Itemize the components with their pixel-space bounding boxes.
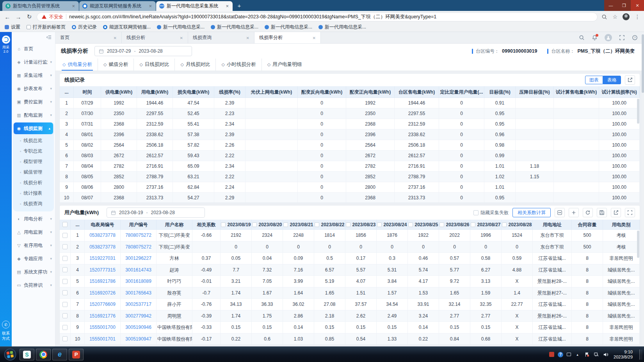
row-checkbox[interactable] [62, 244, 68, 249]
date-column-checkbox[interactable] [283, 222, 288, 227]
date-column-checkbox[interactable] [408, 222, 413, 227]
sidebar-item[interactable]: 计量运行监测 [12, 55, 55, 69]
sidebar-item-line-loss-monitor[interactable]: 线损监测 [14, 122, 53, 134]
bookmark-item[interactable]: 新一代用电信息采... [157, 24, 205, 30]
sidebar-subitem[interactable]: 专职总览 [13, 146, 54, 156]
volume-icon[interactable] [603, 351, 608, 357]
table-row[interactable]: 408/0123962338.6257.382.39023962338.6200… [60, 130, 640, 140]
help-icon[interactable]: ? [632, 35, 638, 41]
profile-icon[interactable] [623, 13, 630, 20]
refresh-icon[interactable] [583, 208, 593, 217]
table-row[interactable]: 808/0528522788.7963.212.22028522788.7901… [60, 172, 640, 182]
window-tray-icon[interactable] [567, 353, 571, 356]
date-start[interactable]: 2023-08-19 [119, 210, 143, 215]
sidebar-item[interactable]: 采集运维 [12, 69, 55, 82]
table-row[interactable]: 508/0225642506.1857.822.26025642506.1800… [60, 140, 640, 151]
sidebar-subitem[interactable]: 统计报表 [13, 188, 54, 199]
scrollbar-thumb[interactable] [642, 34, 644, 93]
sidebar-item[interactable]: 用电分析 [12, 212, 55, 225]
table-row[interactable]: 207/3023502297.5552.452.23023502297.5500… [60, 108, 640, 119]
table-row[interactable]: 908/0628002737.1662.842.24028002737.1601… [60, 182, 640, 193]
security-warning-icon[interactable] [42, 15, 46, 19]
address-input[interactable]: 不安全 neweic.js.sgcc.com.cn/#/llm/line/Lin… [37, 12, 598, 21]
bookmark-star-icon[interactable] [612, 14, 617, 20]
show-hidden-icons[interactable] [575, 351, 580, 357]
date-end[interactable]: 2023-08-28 [139, 48, 162, 54]
add-icon[interactable] [569, 208, 579, 217]
table-row[interactable]: 107/2919921944.4647.542.39019921944.4600… [60, 98, 640, 108]
sidebar-item[interactable]: 专题应用 [12, 252, 55, 265]
sidebar-subitem[interactable]: 模型管理 [13, 156, 54, 167]
collapse-sidebar-icon[interactable] [46, 34, 52, 40]
subtab[interactable]: 赋值分析 [98, 59, 133, 71]
table-row[interactable]: 205382737787808075272下坝(二)环美变0000000000东… [60, 241, 640, 253]
checkbox[interactable] [473, 210, 479, 215]
fullscreen-icon[interactable] [619, 35, 625, 41]
minimize-button[interactable] [604, 0, 617, 11]
phone-icon[interactable] [2, 321, 10, 328]
user-date-range-picker[interactable]: 2023-08-19 - 2023-08-28 [107, 208, 205, 218]
date-range-picker[interactable]: 2023-07-29 - 2023-08-28 [94, 46, 192, 56]
sidebar-item[interactable]: 配电监测 [12, 108, 55, 122]
notification-bell-icon[interactable] [592, 35, 598, 41]
bookmark-item[interactable]: 打开新的标签页 [27, 24, 66, 30]
close-button[interactable] [631, 0, 644, 11]
table-view-button[interactable]: 表格 [603, 76, 621, 84]
tab-close-icon[interactable] [114, 35, 117, 41]
hide-failed-checkbox[interactable]: 隐藏采集失败 [473, 209, 509, 216]
network-icon[interactable] [593, 351, 599, 357]
table-row[interactable]: 815169217763002779942周明慧-0.391.741.752.8… [60, 311, 640, 322]
column-settings-icon[interactable] [555, 208, 565, 217]
table-row[interactable]: 1008/0723682313.7354.272.29023682313.730… [60, 193, 640, 203]
sidebar-item[interactable]: 用电监测 [12, 225, 55, 239]
bookmark-item[interactable]: 新一代用电信息采... [211, 24, 258, 30]
sidebar-subitem[interactable]: 线损分析 [13, 177, 54, 188]
sidebar-item[interactable]: 有序用电 [12, 239, 55, 252]
table-row[interactable]: 915550017003005190946中国铁塔股份有限公司-0.330.15… [60, 322, 640, 334]
workspace-tab[interactable]: 线损查询 [188, 32, 254, 43]
forward-icon[interactable] [15, 14, 22, 20]
bookmark-item[interactable]: 能源互联网营销服... [103, 24, 151, 30]
sidebar-item[interactable]: 负荷辨识 [12, 279, 55, 292]
taskbar-app-chrome[interactable] [36, 349, 51, 360]
sidebar-item[interactable]: 抄表发布 [12, 82, 55, 95]
date-column-checkbox[interactable] [502, 222, 507, 227]
subtab[interactable]: 用户电量明细 [262, 59, 307, 71]
browser-tab[interactable]: 能源互联网营销服务系统 × [79, 1, 156, 11]
show-desktop-button[interactable] [639, 350, 642, 360]
table-scrollbar[interactable] [637, 231, 639, 258]
chart-view-button[interactable]: 图表 [585, 76, 603, 84]
date-column-checkbox[interactable] [377, 222, 382, 227]
back-icon[interactable] [4, 14, 11, 20]
sidebar-item[interactable]: 费控监测 [12, 95, 55, 108]
tab-close-icon[interactable] [246, 35, 249, 41]
date-column-checkbox[interactable] [346, 222, 350, 227]
workspace-tab[interactable]: 线损率分析 [254, 32, 321, 43]
row-checkbox[interactable] [62, 336, 68, 341]
save-icon[interactable] [597, 208, 607, 217]
table-row[interactable]: 608/0326722612.5759.432.22026722612.5700… [60, 151, 640, 161]
sidebar-item[interactable]: 首页 [12, 42, 55, 55]
row-checkbox[interactable] [62, 256, 68, 261]
tab-close-icon[interactable]: × [225, 3, 229, 9]
browser-menu-icon[interactable] [635, 14, 640, 20]
row-checkbox[interactable] [62, 302, 68, 307]
bookmark-item[interactable]: 历史记录 [72, 24, 97, 30]
export-icon[interactable] [625, 75, 635, 85]
security-warning-label[interactable]: 不安全 [49, 14, 63, 20]
date-column-checkbox[interactable] [471, 222, 475, 227]
contact-label[interactable]: 联系方式 [2, 331, 10, 341]
table-row[interactable]: 715207766093002537717薛小芹-0.7634.1336.333… [60, 299, 640, 311]
date-end[interactable]: 2023-08-28 [151, 210, 175, 215]
fullscreen-icon[interactable] [625, 208, 635, 217]
subtab[interactable]: 日线损对比 [133, 59, 174, 71]
browser-tab[interactable]: 新一代用电信息采集系统 × [156, 1, 233, 11]
correlation-calc-button[interactable]: 相关系数计算 [512, 208, 551, 217]
avatar[interactable] [605, 34, 612, 41]
row-checkbox[interactable] [62, 233, 68, 238]
taskbar-app-ie[interactable] [52, 349, 67, 360]
tab-close-icon[interactable]: × [71, 3, 76, 9]
bookmark-item[interactable]: 新一代用电信息采... [265, 24, 312, 30]
taskbar-app-wps[interactable] [20, 349, 34, 360]
search-icon[interactable] [579, 35, 585, 41]
